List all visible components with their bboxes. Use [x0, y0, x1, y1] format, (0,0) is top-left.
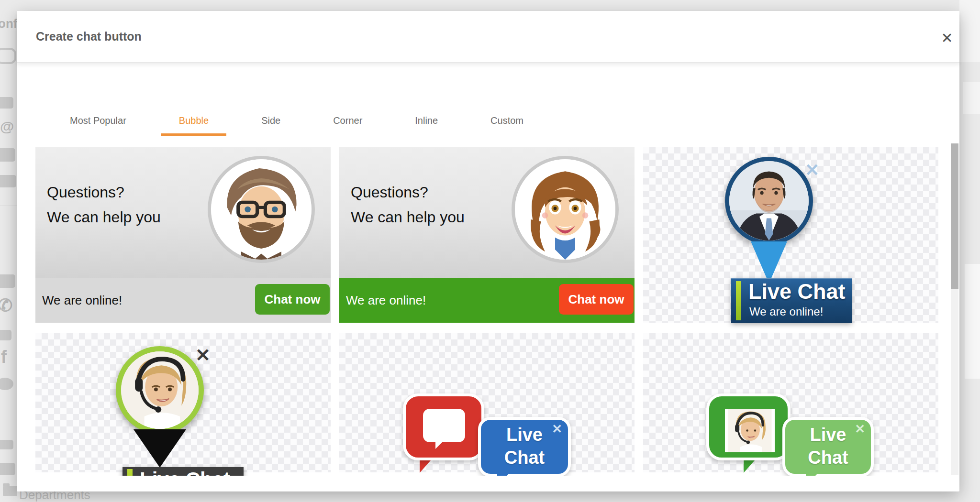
search-icon: [0, 48, 16, 64]
people-icon: [0, 440, 13, 449]
panel-icon: [0, 175, 16, 187]
chat-button-preview-blue-pin[interactable]: ✕ Live Chat We are online!: [643, 147, 938, 323]
online-status: We are online!: [42, 278, 122, 323]
live-chat-bubble: Live Chat ✕: [782, 417, 874, 476]
tab-corner[interactable]: Corner: [315, 108, 380, 136]
photo-bubble: [706, 393, 791, 460]
chat-now-button[interactable]: Chat now: [255, 284, 330, 315]
button-preview-grid: Questions? We can help you: [17, 140, 947, 476]
background-right-panel: [963, 82, 980, 114]
video-icon: [0, 274, 15, 288]
rss-icon: [0, 97, 13, 109]
live-chat-plate: Live Chat: [122, 467, 244, 476]
status-bar: We are online! Chat now: [35, 278, 331, 323]
agent-photo: [725, 409, 775, 452]
chat-label: Chat: [481, 447, 568, 468]
preview-close-icon[interactable]: ✕: [855, 422, 865, 437]
tab-custom[interactable]: Custom: [473, 108, 541, 136]
plate-accent-stripe: [127, 469, 133, 476]
help-text: We can help you: [47, 208, 161, 226]
online-status: We are online!: [346, 278, 426, 323]
scrollbar-thumb[interactable]: [951, 143, 958, 289]
dialog-title: Create chat button: [36, 11, 142, 62]
female-cartoon-avatar: [515, 159, 615, 260]
preview-close-icon[interactable]: ✕: [195, 346, 211, 364]
question-text: Questions?: [47, 184, 124, 201]
male-cartoon-avatar: [211, 159, 312, 260]
chat-now-button[interactable]: Chat now: [559, 284, 634, 315]
preview-body: Questions? We can help you: [35, 147, 331, 278]
pointer-down: [751, 241, 787, 284]
chat-label: Chat: [785, 447, 871, 468]
dialog-header: Create chat button ✕: [17, 11, 959, 63]
chat-button-preview-red-blue-bubbles[interactable]: Live Chat ✕: [339, 333, 635, 472]
twitter-icon: [0, 378, 13, 390]
phone-icon: ✆: [0, 295, 12, 316]
preview-close-icon[interactable]: ✕: [552, 422, 562, 437]
bubble-tail: [806, 473, 818, 476]
agent-photo: [725, 157, 813, 245]
chat-button-preview-dark-pin[interactable]: ✕ Live Chat: [35, 333, 331, 472]
tab-side[interactable]: Side: [244, 108, 298, 136]
female-headset-small-avatar: [725, 409, 775, 452]
avatar: [512, 156, 619, 263]
live-chat-label: Live Chat: [748, 279, 846, 304]
agent-photo: [116, 346, 204, 434]
question-text: Questions?: [351, 184, 428, 201]
tab-inline[interactable]: Inline: [397, 108, 456, 136]
chat-glyph-icon: [423, 409, 465, 442]
tab-bubble[interactable]: Bubble: [161, 108, 226, 136]
close-icon[interactable]: ✕: [936, 27, 958, 48]
female-headset-avatar: [121, 351, 199, 429]
apps-icon: [0, 330, 11, 340]
background-right-panel: [965, 264, 980, 379]
male-photo-avatar: [729, 161, 809, 240]
pointer-down: [134, 429, 186, 468]
chat-button-preview-green-female[interactable]: Questions? We can help you: [339, 147, 635, 323]
help-text: We can help you: [351, 208, 465, 226]
plate-accent-stripe: [736, 281, 741, 320]
speech-bubble-icon: [403, 393, 484, 460]
folder-icon: [3, 486, 17, 496]
avatar: [208, 156, 315, 263]
live-chat-bubble: Live Chat ✕: [478, 417, 571, 476]
preview-close-icon[interactable]: ✕: [805, 162, 819, 179]
chat-card-icon: [0, 148, 15, 162]
status-bar: We are online! Chat now: [339, 278, 635, 323]
scrollbar-track[interactable]: [951, 143, 958, 475]
online-status: We are online!: [749, 305, 823, 318]
live-chat-plate: Live Chat We are online!: [731, 278, 852, 323]
chat-button-preview-gray-male[interactable]: Questions? We can help you: [35, 147, 331, 323]
panel2-icon: [0, 463, 15, 475]
live-chat-label: Live Chat: [140, 468, 230, 476]
preview-body: Questions? We can help you: [339, 147, 635, 278]
background-right-panel: [959, 0, 980, 62]
screen: onfi @ ✆ f Departments Create chat butto…: [0, 0, 980, 502]
create-chat-button-dialog: Create chat button ✕ Most Popular Bubble…: [17, 11, 959, 491]
facebook-icon: f: [1, 347, 7, 367]
bubble-tail: [497, 473, 510, 476]
tab-most-popular[interactable]: Most Popular: [52, 108, 144, 136]
button-style-tabs: Most Popular Bubble Side Corner Inline C…: [52, 108, 541, 136]
chat-button-preview-green-bubbles[interactable]: Live Chat ✕: [643, 333, 938, 472]
sidebar-divider: [0, 206, 17, 206]
at-icon: @: [0, 119, 14, 135]
